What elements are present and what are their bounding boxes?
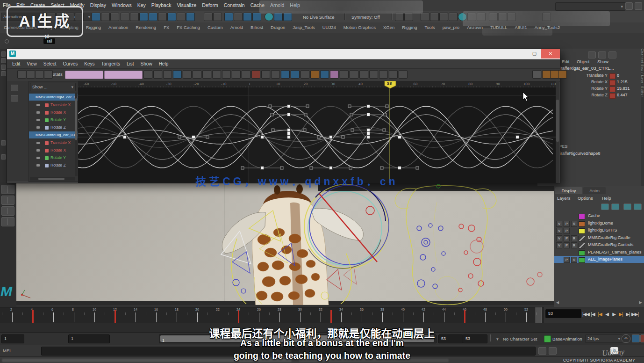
outliner-hscrollbar[interactable] <box>30 177 75 181</box>
current-frame-field[interactable]: 53 <box>545 309 581 318</box>
ge-tool-icon[interactable] <box>202 70 211 79</box>
toolbar-icon[interactable] <box>213 13 222 21</box>
ge-tool-icon[interactable] <box>232 70 241 79</box>
playback-button[interactable]: ▶ <box>610 308 617 321</box>
layer-playback-toggle[interactable]: P <box>564 235 570 241</box>
layer-color-swatch[interactable] <box>579 243 585 248</box>
toolbar-icon[interactable] <box>158 13 167 21</box>
shelf-tab-bifrost[interactable]: Bifrost <box>247 22 267 32</box>
menu-playback[interactable]: Playback <box>149 0 174 11</box>
layer-mode-icon[interactable] <box>623 203 631 210</box>
toolbar-icon[interactable] <box>404 13 413 21</box>
ge-menu-edit[interactable]: Edit <box>9 59 23 69</box>
tool-icon[interactable] <box>1 71 6 76</box>
ge-menu-view[interactable]: View <box>23 59 40 69</box>
workspace-dropdown[interactable] <box>555 2 625 11</box>
layer-color-swatch[interactable] <box>579 228 585 234</box>
toolbar-icon[interactable] <box>395 13 404 21</box>
ge-tool-icon[interactable] <box>17 70 26 79</box>
shelf-tab-rigging[interactable]: Rigging <box>398 22 421 32</box>
toolbar-icon[interactable] <box>101 13 110 21</box>
graph-curve-area[interactable]: -60-50-40-30-20-101102030405060708090100… <box>78 81 556 183</box>
playback-start-field[interactable]: 1 <box>1 334 24 343</box>
shelf-tab-tools[interactable]: Tools <box>421 22 438 32</box>
layer-row[interactable]: VPRlightRigDome <box>554 220 644 227</box>
layer-color-swatch[interactable] <box>579 250 585 256</box>
toolbar-icon[interactable] <box>130 13 139 21</box>
shelf-tab-paw-pro[interactable]: paw_pro <box>439 22 463 32</box>
menu-display[interactable]: Display <box>87 0 109 11</box>
history-icon[interactable] <box>598 51 606 58</box>
toolbar-icon[interactable] <box>449 13 458 21</box>
character-set-icon[interactable] <box>588 51 596 58</box>
tool-icon[interactable] <box>1 154 6 160</box>
outliner-channel[interactable]: Rotate Z <box>29 124 79 131</box>
toolbar-icon[interactable] <box>92 13 100 21</box>
layer-visible-toggle[interactable]: V <box>556 242 562 248</box>
toolbar-icon[interactable] <box>139 13 148 21</box>
ge-menu-tangents[interactable]: Tangents <box>98 59 123 69</box>
graph-outliner[interactable]: Show ... MMSGiraffeRigM_ear_00_C...Trans… <box>29 81 79 182</box>
ge-tool-icon[interactable] <box>340 70 349 79</box>
layer-playback-toggle[interactable]: P <box>564 242 570 248</box>
toolbar-icon[interactable] <box>439 13 448 21</box>
outliner-channel[interactable]: Rotate Y <box>29 154 79 161</box>
playback-button[interactable]: ▶▶| <box>631 308 638 321</box>
outliner-channel[interactable]: Translate X <box>29 102 79 109</box>
toolbar-icon[interactable] <box>110 13 119 21</box>
tool-icon[interactable] <box>1 65 6 70</box>
shelf-dot-icon[interactable] <box>5 39 9 44</box>
ge-tool-icon[interactable] <box>330 70 339 79</box>
channel-value[interactable]: 0 <box>617 73 619 78</box>
toolbar-icon[interactable] <box>430 13 439 21</box>
anim-layer-icon[interactable] <box>544 335 551 342</box>
ge-tool-icon[interactable] <box>301 70 309 79</box>
scroll-left-icon[interactable]: ◀ <box>556 300 559 305</box>
help-menu[interactable]: Help <box>602 196 611 201</box>
ge-tool-icon[interactable] <box>251 70 260 79</box>
anim-start-field[interactable]: 1 <box>68 334 110 343</box>
outliner-channel[interactable]: Rotate X <box>29 147 79 154</box>
prefs-icon[interactable] <box>640 334 644 342</box>
ge-tool-icon[interactable] <box>26 70 35 79</box>
mel-label[interactable]: MEL <box>3 348 12 353</box>
toolbar-icon[interactable] <box>283 13 292 21</box>
expression-icon[interactable] <box>608 51 616 58</box>
ge-tool-icon[interactable] <box>379 70 388 79</box>
close-button[interactable]: ✕ <box>541 49 560 58</box>
shelf-tab-rendering[interactable]: Rendering <box>132 22 160 32</box>
toolbar-icon[interactable] <box>421 13 429 21</box>
tool-icon[interactable] <box>1 51 6 57</box>
toolbar-icon[interactable] <box>234 13 243 21</box>
layer-render-toggle[interactable]: R <box>571 242 577 248</box>
anim-layer-label[interactable]: BaseAnimation <box>552 336 582 341</box>
help-icon[interactable] <box>635 2 642 10</box>
toolbar-icon[interactable] <box>149 13 157 21</box>
stats-frame-field[interactable] <box>65 71 103 79</box>
layer-row[interactable]: PLANLAST_Camera_planes <box>554 249 644 256</box>
ge-tool-icon[interactable] <box>399 70 408 79</box>
cb-menu-object[interactable]: Object <box>577 59 589 64</box>
layer-mode-icon[interactable] <box>634 203 642 210</box>
shelf-tab-motion-graphics[interactable]: Motion Graphics <box>340 22 379 32</box>
toolbar-icon[interactable] <box>177 13 186 21</box>
lock-icon[interactable] <box>625 2 633 10</box>
current-time-indicator[interactable] <box>536 307 542 323</box>
layer-playback-toggle[interactable]: P <box>564 257 570 263</box>
channel-value[interactable]: 15.831 <box>617 86 630 91</box>
ge-tool-icon[interactable] <box>153 70 162 79</box>
layers-menu[interactable]: Layers <box>557 196 571 201</box>
shelf-tab-arnold[interactable]: Arnold <box>227 22 247 32</box>
tool-icon[interactable] <box>1 58 6 63</box>
layout-shortcut-button[interactable] <box>1 217 14 226</box>
layer-render-toggle[interactable]: R <box>571 257 577 263</box>
layout-shortcut-button[interactable] <box>1 196 14 205</box>
ge-tool-icon[interactable] <box>242 70 250 79</box>
ge-tool-icon[interactable] <box>389 70 398 79</box>
wireframe-face-controls[interactable] <box>395 184 542 305</box>
menu-constrain[interactable]: Constrain <box>221 0 248 11</box>
ge-tool-icon[interactable] <box>350 70 358 79</box>
cb-menu-edit[interactable]: Edit <box>562 59 569 64</box>
layer-row[interactable]: PRALE_imagePlanes <box>554 256 644 263</box>
time-slider[interactable]: 2468101214161820222426283032343638404244… <box>0 307 544 323</box>
